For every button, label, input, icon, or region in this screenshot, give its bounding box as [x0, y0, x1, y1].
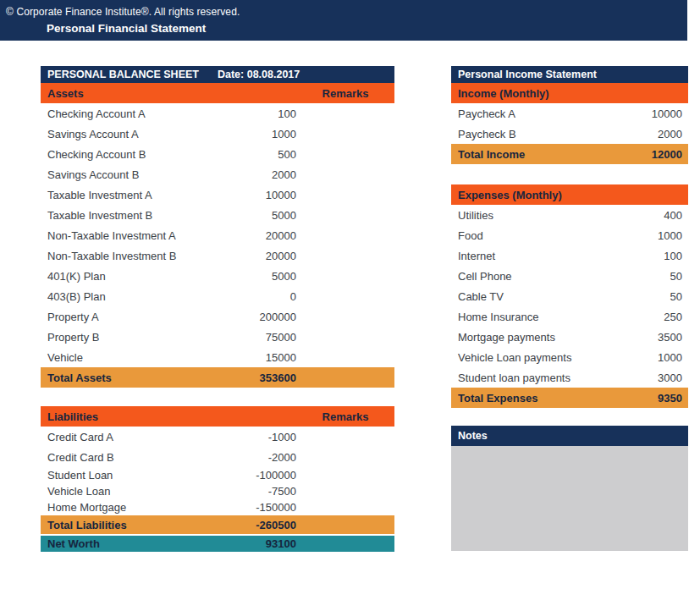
row-label-cell[interactable]: Utilities [451, 209, 610, 222]
total-income-value[interactable]: 12000 [610, 148, 688, 161]
row-label-cell[interactable]: Credit Card A [41, 431, 203, 443]
net-worth-row: Net Worth 93100 [41, 536, 394, 552]
table-row: Non-Taxable Investment B 20000 [41, 245, 394, 266]
assets-rows: Checking Account A 100 Savings Account A… [41, 103, 394, 367]
row-label-cell[interactable]: Mortgage payments [451, 331, 610, 344]
table-row: 401(K) Plan 5000 [41, 266, 394, 286]
notes-area[interactable] [451, 446, 688, 551]
table-row: Checking Account A 100 [41, 103, 394, 124]
table-row: Utilities 400 [451, 205, 688, 225]
table-row: Savings Account B 2000 [41, 164, 394, 184]
expense-rows: Utilities 400 Food 1000 Internet 100 Cel… [451, 205, 688, 388]
total-expenses-value[interactable]: 9350 [610, 392, 688, 405]
row-value-cell[interactable]: 100 [203, 107, 296, 120]
row-label-cell[interactable]: Savings Account A [41, 128, 203, 140]
row-label-cell[interactable]: Internet [451, 250, 610, 262]
row-label-cell[interactable]: Credit Card B [41, 451, 203, 464]
table-row: Credit Card B -2000 [41, 447, 394, 467]
row-value-cell[interactable]: 1000 [610, 229, 688, 242]
row-value-cell[interactable]: 100 [610, 250, 688, 262]
table-row: Student loan payments 3000 [451, 367, 688, 388]
row-label-cell[interactable]: Taxable Investment A [41, 189, 203, 201]
row-label-cell[interactable]: Home Mortgage [41, 501, 203, 514]
expenses-header-label: Expenses (Monthly) [451, 189, 610, 201]
row-value-cell[interactable]: 250 [610, 311, 688, 323]
section-gap [41, 388, 394, 406]
row-value-cell[interactable]: 5000 [203, 270, 296, 283]
row-value-cell[interactable]: 2000 [203, 168, 296, 181]
row-label-cell[interactable]: Non-Taxable Investment A [41, 229, 203, 242]
row-value-cell[interactable]: 0 [203, 290, 296, 303]
row-value-cell[interactable]: -1000 [203, 431, 296, 443]
row-value-cell[interactable]: 400 [610, 209, 688, 222]
notes-title: Notes [458, 426, 488, 446]
row-label-cell[interactable]: Vehicle Loan payments [451, 351, 610, 364]
table-row: Paycheck B 2000 [451, 124, 688, 144]
total-expenses-label: Total Expenses [451, 392, 610, 405]
total-income-label: Total Income [451, 148, 610, 161]
row-value-cell[interactable]: 2000 [610, 128, 688, 140]
row-label-cell[interactable]: Vehicle Loan [41, 485, 203, 498]
total-liabilities-row: Total Liabilities -260500 [41, 515, 394, 534]
total-liabilities-value[interactable]: -260500 [203, 519, 296, 531]
row-label-cell[interactable]: Cable TV [451, 290, 610, 303]
row-label-cell[interactable]: 403(B) Plan [41, 290, 203, 303]
row-value-cell[interactable]: 10000 [203, 189, 296, 201]
assets-header-label: Assets [41, 87, 203, 100]
row-label-cell[interactable]: Checking Account B [41, 148, 203, 161]
row-value-cell[interactable]: -7500 [203, 485, 296, 498]
table-row: Checking Account B 500 [41, 144, 394, 164]
liabilities-header-label: Liabilities [41, 410, 203, 423]
row-value-cell[interactable]: 3000 [610, 372, 688, 384]
row-value-cell[interactable]: 75000 [203, 331, 296, 344]
total-liabilities-label: Total Liabilities [41, 519, 203, 531]
table-row: Vehicle 15000 [41, 347, 394, 367]
row-value-cell[interactable]: 1000 [203, 128, 296, 140]
row-label-cell[interactable]: Cell Phone [451, 270, 610, 283]
row-value-cell[interactable]: 20000 [203, 250, 296, 262]
row-value-cell[interactable]: 3500 [610, 331, 688, 344]
row-value-cell[interactable]: 20000 [203, 229, 296, 242]
table-row: Property A 200000 [41, 306, 394, 327]
row-value-cell[interactable]: 50 [610, 290, 688, 303]
row-label-cell[interactable]: Paycheck B [451, 128, 610, 140]
total-expenses-row: Total Expenses 9350 [451, 388, 688, 408]
row-value-cell[interactable]: 15000 [203, 351, 296, 364]
row-label-cell[interactable]: Non-Taxable Investment B [41, 250, 203, 262]
row-value-cell[interactable]: 500 [203, 148, 296, 161]
row-label-cell[interactable]: Taxable Investment B [41, 209, 203, 222]
row-label-cell[interactable]: Property A [41, 311, 203, 323]
row-value-cell[interactable]: 50 [610, 270, 688, 283]
liabilities-column-header: Liabilities Remarks [41, 406, 394, 427]
row-label-cell[interactable]: Property B [41, 331, 203, 344]
net-worth-value[interactable]: 93100 [203, 537, 296, 550]
row-label-cell[interactable]: Food [451, 229, 610, 242]
table-row: Savings Account A 1000 [41, 124, 394, 144]
balance-sheet-date: Date: 08.08.2017 [218, 66, 300, 83]
liabilities-rows: Credit Card A -1000 Credit Card B -2000 … [41, 427, 394, 515]
row-label-cell[interactable]: Vehicle [41, 351, 203, 364]
assets-header-remarks: Remarks [296, 87, 394, 100]
table-row: Home Mortgage -150000 [41, 499, 394, 515]
income-column-header: Income (Monthly) [451, 83, 688, 103]
row-label-cell[interactable]: Home Insurance [451, 311, 610, 323]
row-label-cell[interactable]: Student loan payments [451, 372, 610, 384]
row-label-cell[interactable]: Savings Account B [41, 168, 203, 181]
row-label-cell[interactable]: Paycheck A [451, 107, 610, 120]
page-title: Personal Financial Statement [47, 22, 206, 35]
row-value-cell[interactable]: -100000 [203, 469, 296, 482]
net-worth-label: Net Worth [41, 537, 203, 550]
row-value-cell[interactable]: 5000 [203, 209, 296, 222]
table-row: Home Insurance 250 [451, 306, 688, 327]
row-value-cell[interactable]: -150000 [203, 501, 296, 514]
table-row: Paycheck A 10000 [451, 103, 688, 124]
row-value-cell[interactable]: 200000 [203, 311, 296, 323]
row-value-cell[interactable]: 10000 [610, 107, 688, 120]
balance-sheet-title: PERSONAL BALANCE SHEET [47, 66, 199, 83]
row-label-cell[interactable]: Checking Account A [41, 107, 203, 120]
row-label-cell[interactable]: Student Loan [41, 469, 203, 482]
row-label-cell[interactable]: 401(K) Plan [41, 270, 203, 283]
total-assets-value[interactable]: 353600 [203, 372, 296, 384]
row-value-cell[interactable]: -2000 [203, 451, 296, 464]
row-value-cell[interactable]: 1000 [610, 351, 688, 364]
